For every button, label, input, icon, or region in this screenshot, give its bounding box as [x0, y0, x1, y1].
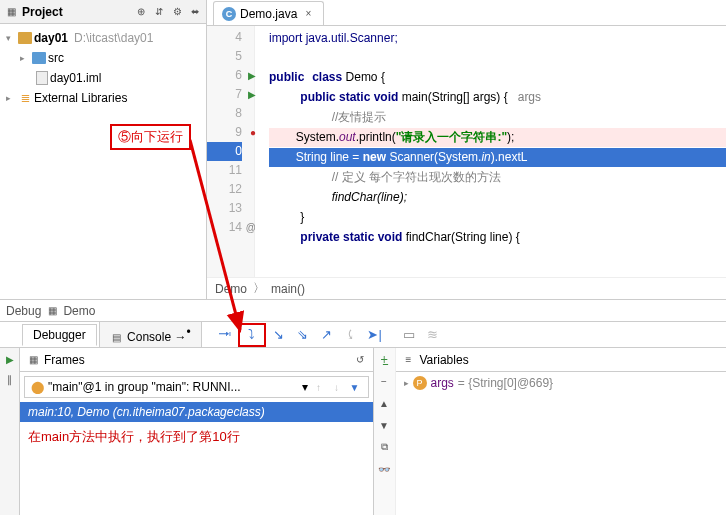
chevron-right-icon: 〉 — [253, 280, 265, 297]
evaluate-icon[interactable]: ▭ — [400, 326, 418, 344]
copy-icon[interactable]: ⧉ — [377, 440, 391, 454]
close-tab-icon[interactable]: × — [301, 7, 315, 21]
breadcrumb[interactable]: Demo 〉 main() — [207, 277, 726, 299]
param-icon: P — [413, 376, 427, 390]
stack-frame-row[interactable]: main:10, Demo (cn.itheima07.packageclass… — [20, 402, 373, 422]
variable-row[interactable]: ▸ P args = {String[0]@669} — [396, 372, 727, 394]
chevron-right-icon[interactable]: ▸ — [404, 378, 409, 388]
up-icon[interactable]: ▲ — [377, 396, 391, 410]
pause-icon[interactable]: ∥ — [3, 372, 17, 386]
debug-panel: Debug ▦ Demo Debugger ▤ Console →• ⭲ ⤵ ↘… — [0, 300, 726, 515]
tab-debugger[interactable]: Debugger — [22, 324, 97, 346]
drop-frame-icon[interactable]: ⤹ — [342, 326, 360, 344]
editor-tabbar: C Demo.java × — [207, 0, 726, 26]
step-over-highlight: ⤵ — [238, 323, 266, 347]
run-to-cursor-icon[interactable]: ➤| — [366, 326, 384, 344]
chevron-right-icon[interactable]: ▸ — [6, 93, 16, 103]
gear-icon[interactable]: ⚙ — [170, 5, 184, 19]
run-gutter-icon[interactable]: ▶ — [248, 66, 256, 85]
code-area[interactable]: 45 6▶ 7▶ 8 9● 0 111213 14@ import java.u… — [207, 26, 726, 277]
override-icon[interactable]: @ — [246, 218, 256, 237]
prev-frame-icon[interactable]: ↑ — [312, 380, 326, 394]
show-exec-point-icon[interactable]: ⭲ — [216, 326, 234, 344]
editor-panel: C Demo.java × 45 6▶ 7▶ 8 9● 0 111213 14@… — [207, 0, 726, 299]
variables-panel: +̲ − ▲ ▼ ⧉ 👓 ≡ Variables ▸ P args = {Str… — [374, 348, 727, 515]
debug-toolbar: Debugger ▤ Console →• ⭲ ⤵ ↘ ⇘ ↗ ⤹ ➤| ▭ ≋ — [0, 322, 726, 348]
step-into-icon[interactable]: ↘ — [270, 326, 288, 344]
down-icon[interactable]: ▼ — [377, 418, 391, 432]
folder-icon — [18, 32, 32, 44]
tab-label: Demo.java — [240, 7, 297, 21]
tab-console[interactable]: ▤ Console →• — [99, 321, 202, 349]
filter-icon[interactable]: ▼ — [348, 380, 362, 394]
chevron-right-icon[interactable]: ▸ — [20, 53, 30, 63]
settings-icon[interactable]: ⇵ — [152, 5, 166, 19]
watches-icon[interactable]: 👓 — [377, 462, 391, 476]
remove-watch-icon[interactable]: − — [377, 374, 391, 388]
debug-sidebar: ▶ ∥ — [0, 348, 20, 515]
gutter: 45 6▶ 7▶ 8 9● 0 111213 14@ — [207, 26, 255, 277]
tree-ext-lib[interactable]: ▸ 𝌆 External Libraries — [0, 88, 206, 108]
resume-icon[interactable]: ▶ — [3, 352, 17, 366]
tree-iml[interactable]: day01.iml — [0, 68, 206, 88]
source-folder-icon — [32, 52, 46, 64]
app-icon: ▦ — [45, 304, 59, 318]
thread-icon: ⬤ — [31, 380, 44, 394]
callout-annotation: ⑤向下运行 — [110, 124, 191, 150]
step-out-icon[interactable]: ↗ — [318, 326, 336, 344]
collapse-icon[interactable]: ⊕ — [134, 5, 148, 19]
library-icon: 𝌆 — [18, 91, 32, 105]
add-watch-icon[interactable]: +̲ — [377, 352, 391, 366]
trace-icon[interactable]: ≋ — [424, 326, 442, 344]
restore-icon[interactable]: ↺ — [353, 353, 367, 367]
run-gutter-icon[interactable]: ▶ — [248, 85, 256, 104]
editor-tab[interactable]: C Demo.java × — [213, 1, 324, 25]
file-icon — [36, 71, 48, 85]
debug-header: Debug ▦ Demo — [0, 300, 726, 322]
breakpoint-icon[interactable]: ● — [250, 123, 256, 142]
class-icon: C — [222, 7, 236, 21]
tree-root[interactable]: ▾ day01 D:\itcast\day01 — [0, 28, 206, 48]
frames-panel: ▦ Frames ↺ ⬤ "main"@1 in group "main": R… — [20, 348, 374, 515]
step-over-icon[interactable]: ⤵ — [243, 326, 261, 344]
frames-icon: ▦ — [26, 353, 40, 367]
next-frame-icon[interactable]: ↓ — [330, 380, 344, 394]
chevron-down-icon[interactable]: ▾ — [302, 380, 308, 394]
tree-src[interactable]: ▸ src — [0, 48, 206, 68]
hide-icon[interactable]: ⬌ — [188, 5, 202, 19]
code-text[interactable]: import java.util.Scanner; public class D… — [255, 26, 726, 277]
project-icon: ▦ — [4, 5, 18, 19]
chevron-down-icon[interactable]: ▾ — [6, 33, 16, 43]
project-tree: ▾ day01 D:\itcast\day01 ▸ src day01.iml … — [0, 24, 206, 112]
console-icon: ▤ — [110, 330, 124, 344]
project-header: ▦ Project ⊕ ⇵ ⚙ ⬌ — [0, 0, 206, 24]
thread-combo[interactable]: ⬤ "main"@1 in group "main": RUNNI... ▾ ↑… — [24, 376, 369, 398]
project-title: Project — [22, 5, 63, 19]
force-step-into-icon[interactable]: ⇘ — [294, 326, 312, 344]
vars-icon: ≡ — [402, 353, 416, 367]
annotation-note: 在main方法中执行，执行到了第10行 — [28, 428, 365, 446]
